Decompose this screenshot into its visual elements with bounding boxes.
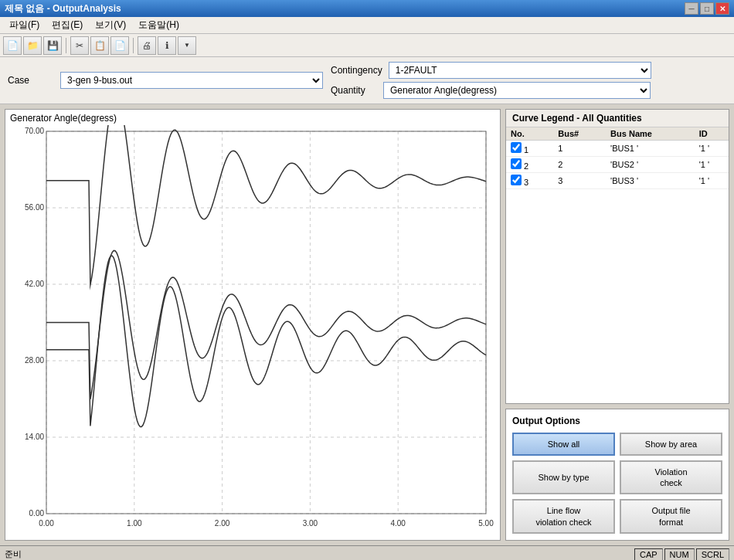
- toolbar-sep-1: [66, 38, 66, 53]
- right-panel: Curve Legend - All Quantities No. Bus# B…: [505, 109, 729, 541]
- legend-check-3[interactable]: [511, 175, 522, 185]
- status-indicators: CAP NUM SCRL: [634, 548, 729, 561]
- legend-cell-no-3: 3: [506, 173, 553, 189]
- legend-cell-id-2: '1 ': [695, 157, 729, 173]
- chart-canvas: [12, 125, 494, 535]
- title-bar: 제목 없음 - OutputAnalysis ─ □ ✕: [0, 0, 734, 17]
- show-by-area-button[interactable]: Show by area: [620, 433, 722, 456]
- copy-button[interactable]: 📋: [90, 36, 109, 55]
- status-bar: 준비 CAP NUM SCRL: [0, 545, 734, 560]
- chart-area: [12, 125, 494, 535]
- cut-button[interactable]: ✂: [70, 36, 89, 55]
- legend-cell-id-1: '1 ': [695, 141, 729, 157]
- show-by-type-button[interactable]: Show by type: [512, 460, 615, 495]
- title-bar-buttons: ─ □ ✕: [685, 2, 729, 15]
- title-bar-text: 제목 없음 - OutputAnalysis: [5, 2, 685, 15]
- paste-button[interactable]: 📄: [110, 36, 129, 55]
- violation-check-button[interactable]: Violation check: [620, 460, 722, 495]
- close-button[interactable]: ✕: [715, 2, 729, 15]
- options-panel: Output Options Show allShow by areaShow …: [505, 409, 729, 541]
- num-indicator: NUM: [664, 548, 695, 561]
- legend-row-3: 3 3 'BUS3 ' '1 ': [506, 173, 729, 189]
- save-button[interactable]: 💾: [43, 36, 62, 55]
- legend-cell-name-3: 'BUS3 ': [606, 173, 695, 189]
- show-all-button[interactable]: Show all: [512, 433, 615, 456]
- legend-check-2[interactable]: [511, 158, 522, 169]
- contingency-select[interactable]: 1-2FAULT: [389, 62, 651, 79]
- cap-indicator: CAP: [634, 548, 663, 561]
- quantity-label: Quantity: [331, 85, 377, 96]
- menu-bar: 파일(F) 편집(E) 보기(V) 도움말(H): [0, 17, 734, 34]
- scrl-indicator: SCRL: [696, 548, 729, 561]
- legend-row-2: 2 2 'BUS2 ' '1 ': [506, 157, 729, 173]
- legend-cell-no-1: 1: [506, 141, 553, 157]
- legend-cell-id-3: '1 ': [695, 173, 729, 189]
- open-button[interactable]: 📁: [23, 36, 42, 55]
- dropdown-button[interactable]: ▼: [178, 36, 196, 55]
- menu-file[interactable]: 파일(F): [3, 17, 46, 33]
- options-title: Output Options: [512, 416, 722, 426]
- quantity-row: Quantity Generator Angle(degress): [331, 82, 726, 99]
- legend-col-id: ID: [695, 127, 729, 141]
- legend-title: Curve Legend - All Quantities: [506, 110, 729, 127]
- maximize-button[interactable]: □: [700, 2, 714, 15]
- chart-panel: Generator Angle(degress): [5, 109, 501, 541]
- form-area: Case 3-gen 9-bus.out Contingency 1-2FAUL…: [0, 57, 734, 104]
- menu-edit[interactable]: 편집(E): [46, 17, 89, 33]
- legend-col-bus: Bus#: [553, 127, 606, 141]
- menu-help[interactable]: 도움말(H): [132, 17, 185, 33]
- line-flow-button[interactable]: Line flow violation check: [512, 499, 615, 534]
- print-button[interactable]: 🖨: [138, 36, 156, 55]
- contingency-label: Contingency: [331, 65, 382, 76]
- contingency-row: Contingency 1-2FAULT: [331, 62, 726, 79]
- minimize-button[interactable]: ─: [685, 2, 698, 15]
- toolbar-sep-2: [133, 38, 134, 53]
- case-label: Case: [8, 75, 54, 86]
- legend-row-1: 1 1 'BUS1 ' '1 ': [506, 141, 729, 157]
- legend-cell-no-2: 2: [506, 157, 553, 173]
- menu-view[interactable]: 보기(V): [89, 17, 132, 33]
- legend-cell-bus-2: 2: [553, 157, 606, 173]
- case-select[interactable]: 3-gen 9-bus.out: [60, 72, 323, 89]
- legend-col-name: Bus Name: [606, 127, 695, 141]
- legend-panel: Curve Legend - All Quantities No. Bus# B…: [505, 109, 729, 404]
- legend-cell-name-1: 'BUS1 ': [606, 141, 695, 157]
- legend-cell-name-2: 'BUS2 ': [606, 157, 695, 173]
- case-row: Case 3-gen 9-bus.out: [8, 72, 323, 89]
- quantity-select[interactable]: Generator Angle(degress): [383, 82, 651, 99]
- legend-col-no: No.: [506, 127, 553, 141]
- legend-header-row: No. Bus# Bus Name ID: [506, 127, 729, 141]
- chart-title: Generator Angle(degress): [5, 110, 500, 125]
- legend-cell-bus-1: 1: [553, 141, 606, 157]
- status-text: 준비: [5, 548, 634, 560]
- legend-table: No. Bus# Bus Name ID 1 1 'BUS1 ' '1 ' 2 …: [506, 127, 729, 189]
- info-button[interactable]: ℹ: [158, 36, 176, 55]
- toolbar: 📄 📁 💾 ✂ 📋 📄 🖨 ℹ ▼: [0, 34, 734, 57]
- options-grid: Show allShow by areaShow by typeViolatio…: [512, 433, 722, 534]
- legend-cell-bus-3: 3: [553, 173, 606, 189]
- main-content: Generator Angle(degress) Curve Legend - …: [0, 104, 734, 545]
- new-button[interactable]: 📄: [3, 36, 22, 55]
- output-file-format-button[interactable]: Output file format: [620, 499, 722, 534]
- right-form: Contingency 1-2FAULT Quantity Generator …: [331, 62, 726, 99]
- legend-check-1[interactable]: [511, 142, 522, 153]
